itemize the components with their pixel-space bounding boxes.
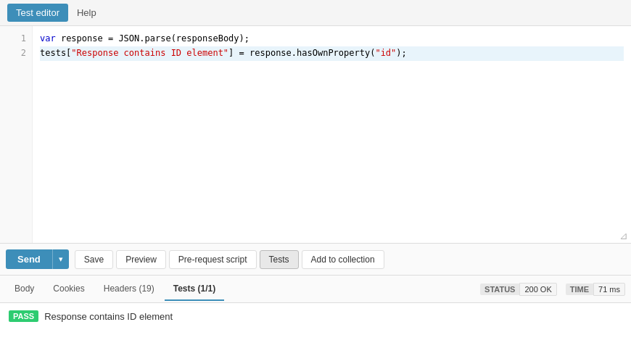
line-numbers: 1 2 (0, 26, 33, 243)
response-tabs: Body Cookies Headers (19) Tests (1/1) ST… (0, 276, 631, 303)
time-value: 71 ms (593, 283, 625, 296)
editor-container: 1 2 var response = JSON.parse(responseBo… (0, 26, 631, 244)
code-editor[interactable]: var response = JSON.parse(responseBody);… (33, 26, 631, 243)
status-label: STATUS (480, 284, 519, 295)
tab-body[interactable]: Body (6, 278, 43, 301)
tab-tests[interactable]: Tests (1/1) (165, 278, 224, 301)
tests-button[interactable]: Tests (260, 250, 299, 269)
send-button[interactable]: Send (6, 249, 52, 269)
line-number-1: 1 (0, 32, 32, 46)
code-line-1: var response = JSON.parse(responseBody); (40, 32, 624, 46)
test-result-item: PASS Response contains ID element (9, 310, 622, 322)
add-to-collection-button[interactable]: Add to collection (302, 250, 384, 269)
test-description: Response contains ID element (44, 311, 173, 322)
prerequest-script-button[interactable]: Pre-request script (169, 250, 257, 269)
send-button-group: Send ▾ (6, 249, 69, 269)
status-badge-group: STATUS 200 OK (480, 283, 557, 296)
code-line-2: tests["Response contains ID element"] = … (40, 46, 624, 61)
toolbar: Send ▾ Save Preview Pre-request script T… (0, 244, 631, 276)
line-number-2: 2 (0, 46, 32, 61)
tab-headers[interactable]: Headers (19) (95, 278, 163, 301)
time-label: TIME (566, 284, 593, 295)
test-editor-button[interactable]: Test editor (7, 4, 68, 22)
send-dropdown-button[interactable]: ▾ (52, 249, 69, 269)
preview-button[interactable]: Preview (116, 250, 166, 269)
header: Test editor Help (0, 0, 631, 26)
resize-handle[interactable]: ⊿ (619, 230, 628, 241)
time-badge-group: TIME 71 ms (566, 283, 625, 296)
save-button[interactable]: Save (75, 250, 113, 269)
test-results: PASS Response contains ID element (0, 303, 631, 329)
status-badges: STATUS 200 OK TIME 71 ms (474, 283, 625, 296)
pass-badge: PASS (9, 310, 38, 322)
status-value: 200 OK (519, 283, 556, 296)
help-link[interactable]: Help (77, 7, 96, 18)
tab-cookies[interactable]: Cookies (44, 278, 93, 301)
